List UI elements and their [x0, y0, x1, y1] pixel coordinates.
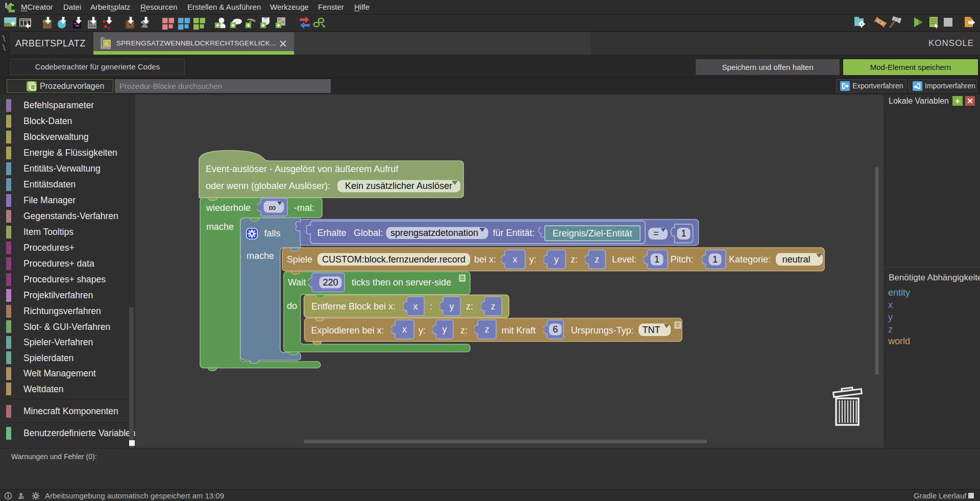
svg-text:wiederhole: wiederhole — [206, 203, 251, 213]
svg-text:y: y — [554, 254, 559, 265]
svg-text:x: x — [413, 301, 418, 312]
svg-text:Wait: Wait — [288, 277, 306, 288]
svg-text:neutral: neutral — [782, 254, 810, 265]
svg-text:CUSTOM:block.fernzuender.recor: CUSTOM:block.fernzuender.record — [322, 254, 465, 265]
svg-text:∞: ∞ — [268, 202, 276, 213]
svg-text:y:: y: — [419, 325, 426, 336]
svg-text:1: 1 — [654, 254, 659, 265]
svg-text:z:: z: — [460, 325, 468, 336]
svg-text:y: y — [450, 301, 454, 312]
svg-text:mache: mache — [206, 222, 234, 232]
svg-text:Ursprungs-Typ:: Ursprungs-Typ: — [571, 325, 634, 336]
svg-text:mit Kraft: mit Kraft — [502, 325, 536, 336]
svg-text:-mal:: -mal: — [294, 203, 314, 213]
svg-text:z: z — [491, 301, 496, 312]
svg-text:1: 1 — [713, 254, 718, 265]
svg-text::: : — [430, 301, 432, 312]
svg-text:Event-auslöser - Ausgelöst von: Event-auslöser - Ausgelöst von äußerem A… — [206, 164, 399, 174]
svg-text:falls: falls — [264, 228, 281, 238]
svg-text:z: z — [485, 324, 489, 335]
svg-text:Spiele: Spiele — [287, 254, 312, 265]
svg-text:1: 1 — [681, 228, 686, 238]
svg-text:z: z — [595, 254, 599, 265]
svg-text:Erhalte: Erhalte — [317, 228, 347, 238]
svg-text:mache: mache — [247, 251, 274, 261]
svg-text:y:: y: — [529, 254, 536, 265]
svg-text:x: x — [402, 324, 407, 335]
svg-text:Ereignis/Ziel-Entität: Ereignis/Ziel-Entität — [552, 228, 632, 238]
svg-text:Pitch:: Pitch: — [671, 254, 694, 265]
svg-text:do: do — [287, 301, 297, 311]
svg-text:oder wenn (globaler Auslöser):: oder wenn (globaler Auslöser): — [206, 181, 330, 191]
svg-text:z:: z: — [466, 301, 473, 312]
svg-text:ticks then on server-side: ticks then on server-side — [352, 277, 451, 288]
svg-text:220: 220 — [323, 277, 338, 288]
svg-text:bei x:: bei x: — [474, 254, 496, 265]
svg-text:Kein zusätzlicher Auslöser: Kein zusätzlicher Auslöser — [345, 181, 452, 191]
svg-text:Explodieren bei x:: Explodieren bei x: — [311, 325, 384, 336]
svg-text:sprengsatzdetonation: sprengsatzdetonation — [390, 228, 478, 238]
svg-text:Level:: Level: — [612, 254, 636, 265]
svg-text:TNT: TNT — [643, 325, 660, 335]
svg-text:Entferne Block bei x:: Entferne Block bei x: — [311, 301, 396, 312]
svg-text:Kategorie:: Kategorie: — [729, 254, 771, 265]
svg-text:y: y — [443, 324, 447, 335]
svg-text:für Entität:: für Entität: — [493, 228, 535, 238]
svg-text:Global:: Global: — [354, 228, 383, 238]
svg-text:z:: z: — [571, 254, 578, 265]
svg-text:x: x — [513, 254, 518, 265]
svg-text:=: = — [653, 228, 659, 238]
svg-text:6: 6 — [553, 324, 558, 335]
